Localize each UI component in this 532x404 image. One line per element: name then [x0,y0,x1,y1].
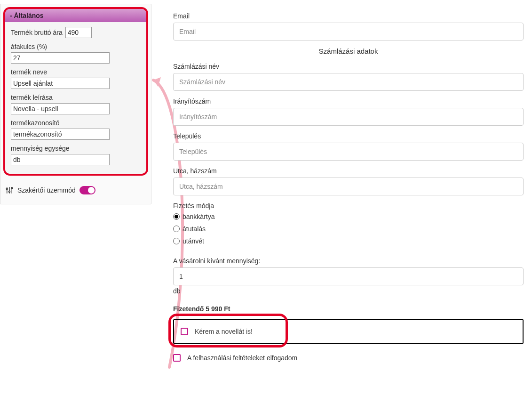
upsell-option-row: Kérem a novellát is! [173,319,524,344]
general-panel: - Általános Termék bruttó ára áfakulcs (… [3,7,148,176]
city-label: Település [173,132,524,140]
radio-icon [173,226,180,232]
gross-price-input[interactable] [65,27,92,38]
gross-price-label: Termék bruttó ára [11,29,63,36]
quantity-input[interactable] [173,267,524,285]
product-id-input[interactable] [11,129,110,140]
qty-unit-input[interactable] [11,154,110,165]
svg-point-5 [11,187,13,189]
zip-input[interactable] [173,108,524,126]
payment-method-label: Fizetés módja [173,202,524,210]
terms-label: A felhasználási feltételeket elfogadom [187,354,297,362]
total-payable: Fizetendő 5 990 Ft [173,305,524,313]
qty-unit-label: mennyiség egysége [11,145,141,152]
upsell-checkbox-label: Kérem a novellát is! [195,328,253,335]
vat-label: áfakulcs (%) [11,43,141,50]
product-id-label: termékazonosító [11,119,141,127]
payment-method-group: Fizetés módja bankkártya átutalás utánvé… [173,202,524,245]
upsell-checkbox[interactable] [181,328,188,335]
street-label: Utca, házszám [173,167,524,175]
expert-mode-label: Szakértői üzemmód [17,186,76,194]
payment-option-cod-label: utánvét [183,237,204,245]
product-desc-input[interactable] [11,103,110,114]
order-form: Email Számlázási adatok Számlázási név I… [173,0,524,366]
quantity-label: A vásárolni kívánt mennyiség: [173,257,524,265]
svg-point-3 [6,188,8,190]
expert-mode-row: Szakértői üzemmód [0,179,151,204]
product-desc-label: termék leírása [11,94,141,101]
payment-option-card[interactable]: bankkártya [173,213,524,220]
payment-option-transfer-label: átutalás [183,225,206,233]
payment-option-cod[interactable]: utánvét [173,237,524,245]
zip-label: Irányítószám [173,97,524,105]
city-input[interactable] [173,143,524,161]
terms-checkbox[interactable] [173,354,181,362]
radio-icon [173,213,180,220]
quantity-unit: db [173,287,524,295]
settings-sidebar: - Általános Termék bruttó ára áfakulcs (… [0,4,151,204]
payment-option-card-label: bankkártya [183,213,214,220]
sliders-icon [5,186,14,194]
svg-point-4 [9,191,10,193]
general-panel-title: - Általános [10,12,44,19]
vat-input[interactable] [11,52,110,64]
product-name-label: termék neve [11,68,141,76]
street-input[interactable] [173,178,524,195]
radio-icon [173,238,180,244]
email-label: Email [173,12,524,20]
email-input[interactable] [173,23,524,40]
product-name-input[interactable] [11,78,110,89]
billing-name-input[interactable] [173,73,524,91]
billing-section-title: Számlázási adatok [173,47,524,55]
general-panel-body: Termék bruttó ára áfakulcs (%) termék ne… [5,22,146,174]
billing-name-label: Számlázási név [173,63,524,70]
terms-row: A felhasználási feltételeket elfogadom [173,354,524,362]
payment-option-transfer[interactable]: átutalás [173,225,524,233]
expert-mode-toggle[interactable] [79,186,95,194]
general-panel-header[interactable]: - Általános [5,9,146,22]
